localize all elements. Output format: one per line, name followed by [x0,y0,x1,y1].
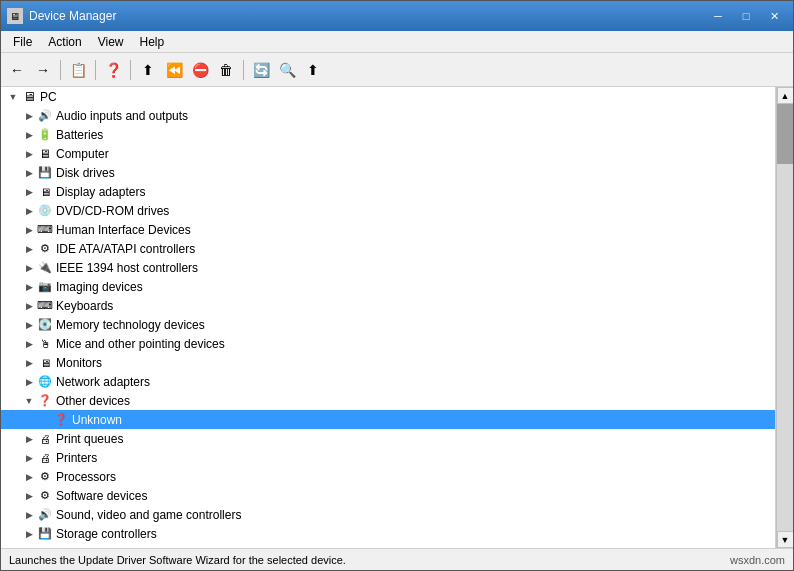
processors-expand-icon[interactable]: ▶ [21,469,37,485]
scrollbar-down-arrow[interactable]: ▼ [777,531,794,548]
scan-toolbar[interactable]: 🔄 [249,58,273,82]
menu-bar: File Action View Help [1,31,793,53]
menu-file[interactable]: File [5,33,40,51]
tree-item-processors[interactable]: ▶ Processors [1,467,775,486]
dvd-expand-icon[interactable]: ▶ [21,203,37,219]
menu-help[interactable]: Help [132,33,173,51]
batteries-label: Batteries [56,128,103,142]
diskdrives-label: Disk drives [56,166,115,180]
forward-button[interactable]: → [31,58,55,82]
ide-label: IDE ATA/ATAPI controllers [56,242,195,256]
vertical-scrollbar[interactable]: ▲ ▼ [776,87,793,548]
tree-item-unknown[interactable]: Unknown Update Driver Software... Disabl… [1,410,775,429]
tree-item-hid[interactable]: ▶ Human Interface Devices [1,220,775,239]
scrollbar-thumb[interactable] [777,104,793,164]
hid-expand-icon[interactable]: ▶ [21,222,37,238]
tree-item-sound[interactable]: ▶ Sound, video and game controllers [1,505,775,524]
tree-item-monitors[interactable]: ▶ Monitors [1,353,775,372]
computer-expand-icon[interactable]: ▶ [21,146,37,162]
minimize-button[interactable]: ─ [705,6,731,26]
computer-label: Computer [56,147,109,161]
title-bar: 🖥 Device Manager ─ □ ✕ [1,1,793,31]
storage-label: Storage controllers [56,527,157,541]
close-button[interactable]: ✕ [761,6,787,26]
batteries-expand-icon[interactable]: ▶ [21,127,37,143]
unknown-icon [53,412,69,428]
tree-item-computer[interactable]: ▶ Computer [1,144,775,163]
tree-item-batteries[interactable]: ▶ Batteries [1,125,775,144]
tree-item-ide[interactable]: ▶ IDE ATA/ATAPI controllers [1,239,775,258]
printers-expand-icon[interactable]: ▶ [21,450,37,466]
tree-item-ieee[interactable]: ▶ IEEE 1394 host controllers [1,258,775,277]
ieee-expand-icon[interactable]: ▶ [21,260,37,276]
menu-view[interactable]: View [90,33,132,51]
tree-item-keyboards[interactable]: ▶ Keyboards [1,296,775,315]
tree-item-system[interactable]: ▶ System devices [1,543,775,548]
monitors-expand-icon[interactable]: ▶ [21,355,37,371]
tree-item-audio[interactable]: ▶ Audio inputs and outputs [1,106,775,125]
computer-icon [37,146,53,162]
audio-icon [37,108,53,124]
diskdrives-expand-icon[interactable]: ▶ [21,165,37,181]
dvd-label: DVD/CD-ROM drives [56,204,169,218]
processors-icon [37,469,53,485]
network-expand-icon[interactable]: ▶ [21,374,37,390]
imaging-icon [37,279,53,295]
tree-item-display[interactable]: ▶ Display adapters [1,182,775,201]
scan3-toolbar[interactable]: ⬆ [301,58,325,82]
tree-root-pc[interactable]: ▼ 🖥 PC [1,87,775,106]
system-expand-icon[interactable]: ▶ [21,545,37,549]
uninstall-toolbar[interactable]: 🗑 [214,58,238,82]
storage-expand-icon[interactable]: ▶ [21,526,37,542]
tree-item-printers[interactable]: ▶ Printers [1,448,775,467]
unknown-expand-icon [37,412,53,428]
memory-expand-icon[interactable]: ▶ [21,317,37,333]
scan2-toolbar[interactable]: 🔍 [275,58,299,82]
ide-expand-icon[interactable]: ▶ [21,241,37,257]
root-computer-icon: 🖥 [21,89,37,105]
system-icon [37,545,53,549]
tree-panel[interactable]: ▼ 🖥 PC ▶ Audio inputs and outputs ▶ Batt… [1,87,776,548]
menu-action[interactable]: Action [40,33,89,51]
tree-item-printqueues[interactable]: ▶ Print queues [1,429,775,448]
window-title: Device Manager [29,9,116,23]
mice-expand-icon[interactable]: ▶ [21,336,37,352]
scrollbar-up-arrow[interactable]: ▲ [777,87,794,104]
tree-item-storage[interactable]: ▶ Storage controllers [1,524,775,543]
memory-icon [37,317,53,333]
root-expand-icon[interactable]: ▼ [5,89,21,105]
update-driver-toolbar[interactable]: ⬆ [136,58,160,82]
other-expand-icon[interactable]: ▼ [21,393,37,409]
audio-label: Audio inputs and outputs [56,109,188,123]
tree-item-memory[interactable]: ▶ Memory technology devices [1,315,775,334]
tree-item-diskdrives[interactable]: ▶ Disk drives [1,163,775,182]
help-btn-toolbar[interactable]: ❓ [101,58,125,82]
software-icon [37,488,53,504]
audio-expand-icon[interactable]: ▶ [21,108,37,124]
mice-icon [37,336,53,352]
imaging-expand-icon[interactable]: ▶ [21,279,37,295]
restore-button[interactable]: □ [733,6,759,26]
tree-item-software[interactable]: ▶ Software devices [1,486,775,505]
printqueues-expand-icon[interactable]: ▶ [21,431,37,447]
tree-item-other[interactable]: ▼ Other devices [1,391,775,410]
scrollbar-track[interactable] [777,104,793,531]
mice-label: Mice and other pointing devices [56,337,225,351]
software-expand-icon[interactable]: ▶ [21,488,37,504]
keyboards-expand-icon[interactable]: ▶ [21,298,37,314]
tree-item-mice[interactable]: ▶ Mice and other pointing devices [1,334,775,353]
hid-icon [37,222,53,238]
disable-toolbar[interactable]: ⛔ [188,58,212,82]
properties-button[interactable]: 📋 [66,58,90,82]
dvd-icon [37,203,53,219]
display-expand-icon[interactable]: ▶ [21,184,37,200]
back-button[interactable]: ← [5,58,29,82]
tree-item-imaging[interactable]: ▶ Imaging devices [1,277,775,296]
main-content: ▼ 🖥 PC ▶ Audio inputs and outputs ▶ Batt… [1,87,793,548]
tree-item-dvd[interactable]: ▶ DVD/CD-ROM drives [1,201,775,220]
sound-expand-icon[interactable]: ▶ [21,507,37,523]
toolbar-separator-3 [130,60,131,80]
monitors-label: Monitors [56,356,102,370]
tree-item-network[interactable]: ▶ Network adapters [1,372,775,391]
rollback-toolbar[interactable]: ⏪ [162,58,186,82]
